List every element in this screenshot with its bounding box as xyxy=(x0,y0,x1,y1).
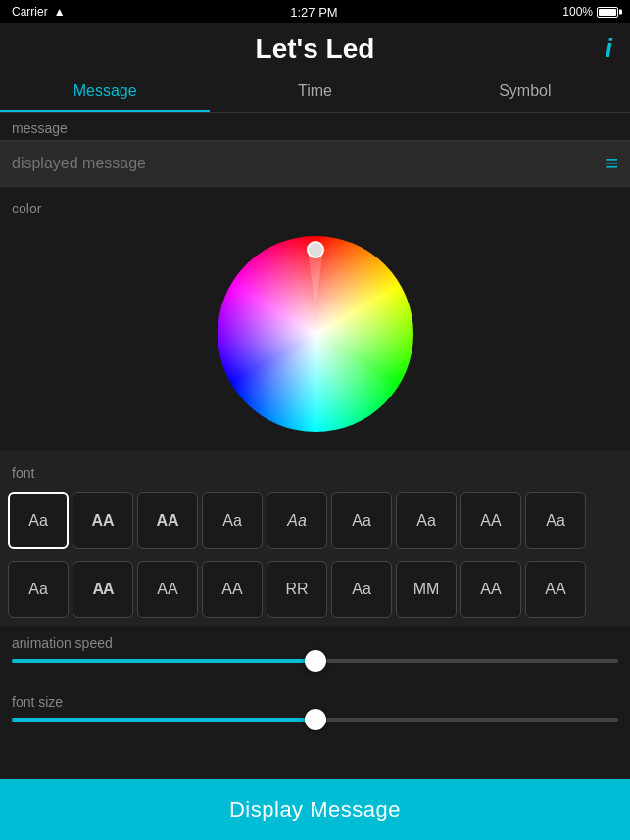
wifi-icon: ▲ xyxy=(54,5,66,19)
animation-speed-track xyxy=(12,659,618,663)
message-input[interactable] xyxy=(12,155,598,172)
font-grid-row2: Aa AA AA AA RR Aa MM AA xyxy=(0,557,630,626)
font-item-0[interactable]: Aa xyxy=(8,492,69,549)
font-size-label: font size xyxy=(12,694,618,710)
main-content: message ≡ color font Aa AA AA Aa xyxy=(0,113,630,821)
battery-icon xyxy=(597,7,618,18)
font-size-track xyxy=(12,718,618,722)
font-size-fill xyxy=(12,718,315,722)
font-item-r2-4[interactable]: RR xyxy=(267,561,327,618)
font-item-8[interactable]: Aa xyxy=(525,492,586,549)
color-wheel-handle[interactable] xyxy=(307,241,324,258)
animation-speed-thumb[interactable] xyxy=(305,650,326,672)
font-item-7[interactable]: AA xyxy=(460,492,521,549)
font-item-6[interactable]: Aa xyxy=(396,492,457,549)
font-item-2[interactable]: AA xyxy=(137,492,198,549)
font-item-r2-6[interactable]: MM xyxy=(396,561,457,618)
font-item-r2-2[interactable]: AA xyxy=(137,561,198,618)
tab-message[interactable]: Message xyxy=(0,72,210,112)
font-item-r2-7[interactable]: AA xyxy=(460,561,521,618)
color-label: color xyxy=(12,193,618,220)
animation-speed-label: animation speed xyxy=(12,635,618,651)
message-label: message xyxy=(0,113,630,140)
font-item-3[interactable]: Aa xyxy=(202,492,263,549)
status-bar: Carrier ▲ 1:27 PM 100% xyxy=(0,0,630,23)
font-item-r2-0[interactable]: Aa xyxy=(8,561,69,618)
color-section: color xyxy=(0,187,630,451)
status-time: 1:27 PM xyxy=(290,5,337,20)
font-grid-row1: Aa AA AA Aa Aa Aa Aa AA xyxy=(0,485,630,557)
display-message-button[interactable]: Display Message xyxy=(0,779,630,840)
status-right: 100% xyxy=(562,5,618,19)
app-title: Let's Led xyxy=(256,33,375,64)
font-item-4[interactable]: Aa xyxy=(267,492,327,549)
tab-bar: Message Time Symbol xyxy=(0,72,630,113)
font-label: font xyxy=(0,457,630,485)
color-wheel-pointer xyxy=(308,250,323,308)
animation-speed-fill xyxy=(12,659,315,663)
font-item-5[interactable]: Aa xyxy=(331,492,392,549)
font-item-r2-5[interactable]: Aa xyxy=(331,561,392,618)
animation-speed-section: animation speed xyxy=(0,626,630,684)
color-wheel-container xyxy=(12,220,618,451)
color-wheel[interactable] xyxy=(218,236,413,432)
tab-time[interactable]: Time xyxy=(210,72,419,112)
message-input-row: ≡ xyxy=(0,140,630,187)
font-item-r2-1[interactable]: AA xyxy=(73,561,133,618)
info-button[interactable]: i xyxy=(606,33,612,64)
list-icon[interactable]: ≡ xyxy=(606,151,618,176)
font-section: font Aa AA AA Aa Aa Aa Aa xyxy=(0,451,630,626)
font-item-r2-8[interactable]: AA xyxy=(525,561,586,618)
header: Let's Led i xyxy=(0,23,630,72)
font-item-1[interactable]: AA xyxy=(73,492,133,549)
battery-percent: 100% xyxy=(562,5,593,19)
font-size-section: font size xyxy=(0,684,630,743)
tab-symbol[interactable]: Symbol xyxy=(420,72,630,112)
display-btn-container: Display Message xyxy=(0,779,630,840)
carrier-label: Carrier xyxy=(12,5,48,19)
font-size-thumb[interactable] xyxy=(305,709,326,730)
status-left: Carrier ▲ xyxy=(12,5,66,19)
font-item-r2-3[interactable]: AA xyxy=(202,561,263,618)
